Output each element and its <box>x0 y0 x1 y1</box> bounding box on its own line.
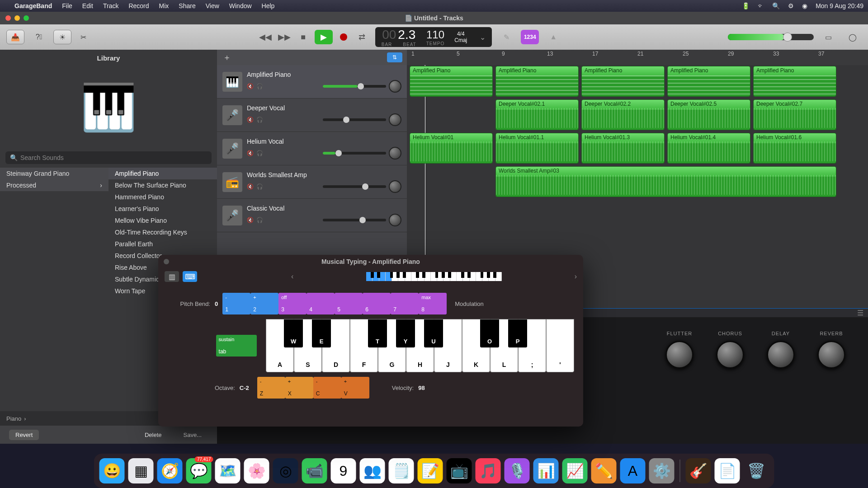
track-pan-knob[interactable] <box>389 147 401 160</box>
black-key[interactable]: U <box>424 319 443 347</box>
track-volume-slider[interactable] <box>323 118 386 121</box>
headphone-icon[interactable]: 🎧 <box>256 150 263 156</box>
octave-key[interactable]: -Z <box>257 377 285 399</box>
dock-app-icon[interactable]: 😀 <box>99 458 125 483</box>
audio-region[interactable]: Deeper Vocal#02.7 <box>753 99 836 130</box>
library-patch-item[interactable]: Old-Time Recording Keys <box>108 226 217 238</box>
spotlight-icon[interactable]: 🔍 <box>772 2 780 9</box>
dock-app-icon[interactable]: 🗑️ <box>744 458 769 483</box>
cycle-button[interactable]: ⇄ <box>354 31 370 43</box>
dock-app-icon[interactable]: 📄 <box>715 458 740 483</box>
black-key[interactable]: O <box>480 319 499 347</box>
close-window-button[interactable] <box>5 15 11 21</box>
menu-file[interactable]: File <box>62 2 72 9</box>
delete-button[interactable]: Delete <box>138 430 168 440</box>
audio-region[interactable]: Helium Vocal#01.4 <box>667 133 750 164</box>
white-key[interactable]: AW <box>266 319 294 372</box>
track-volume-slider[interactable] <box>323 185 386 188</box>
app-menu[interactable]: GarageBand <box>14 2 52 9</box>
dock-app-icon[interactable]: 🌸 <box>244 458 269 483</box>
window-titlebar[interactable]: Untitled - Tracks <box>0 12 868 24</box>
dock-app-icon[interactable]: 📺 <box>447 458 472 483</box>
dock-app-icon[interactable]: ⚙️ <box>649 458 675 483</box>
track-filter-button[interactable]: ⇅ <box>387 52 402 62</box>
dock-app-icon[interactable]: 🎵 <box>476 458 501 483</box>
revert-button[interactable]: Revert <box>9 430 39 440</box>
track-pan-knob[interactable] <box>389 80 401 93</box>
mute-icon[interactable]: 🔇 <box>247 150 254 156</box>
white-key[interactable]: ' <box>546 319 574 372</box>
count-in-button[interactable]: 1234 <box>521 30 539 44</box>
record-button[interactable] <box>340 33 347 41</box>
dock-app-icon[interactable]: 📹 <box>302 458 327 483</box>
musical-typing-titlebar[interactable]: Musical Typing - Amplified Piano <box>158 255 583 268</box>
wifi-icon[interactable]: ᯤ <box>758 2 764 9</box>
lcd-key[interactable]: Cmaj <box>454 37 467 43</box>
mod-key[interactable]: max8 <box>419 293 447 314</box>
black-key[interactable]: W <box>284 319 303 347</box>
menu-window[interactable]: Window <box>229 2 252 9</box>
metronome-button[interactable]: ▲ <box>544 30 562 44</box>
add-track-button[interactable]: ＋ <box>222 52 232 63</box>
effect-knob[interactable] <box>817 341 845 369</box>
track-pan-knob[interactable] <box>389 214 401 226</box>
library-patch-item[interactable]: Hammered Piano <box>108 191 217 203</box>
mod-key[interactable]: 6 <box>363 293 391 314</box>
mod-key[interactable]: 7 <box>391 293 419 314</box>
dock-app-icon[interactable]: ◎ <box>273 458 298 483</box>
audio-region[interactable]: Worlds Smallest Amp#03 <box>495 166 836 197</box>
dock-app-icon[interactable]: 🎸 <box>686 458 711 483</box>
track-volume-slider[interactable] <box>323 219 386 221</box>
clock[interactable]: Mon 9 Aug 20:49 <box>816 2 863 9</box>
octave-down-icon[interactable]: ‹ <box>291 272 293 281</box>
mod-key[interactable]: 5 <box>335 293 363 314</box>
octave-key[interactable]: +X <box>285 377 313 399</box>
track-volume-slider[interactable] <box>323 85 386 88</box>
mod-key[interactable]: 4 <box>307 293 335 314</box>
zoom-window-button[interactable] <box>24 15 29 21</box>
tuner-button[interactable]: ✎ <box>497 30 515 44</box>
mod-key[interactable]: +2 <box>250 293 278 314</box>
control-center-icon[interactable]: ⚙ <box>788 2 794 9</box>
dock-app-icon[interactable]: ✏️ <box>591 458 617 483</box>
audio-region[interactable]: Helium Vocal#01 <box>410 133 493 164</box>
menu-track[interactable]: Track <box>103 2 118 9</box>
piano-view-button[interactable]: ▥ <box>165 271 179 282</box>
track-header[interactable]: 🎹 Amplified Piano 🔇🎧 <box>217 65 407 99</box>
audio-region[interactable]: Helium Vocal#01.3 <box>581 133 665 164</box>
audio-region[interactable]: Amplified Piano <box>667 66 750 97</box>
library-category-item[interactable]: Steinway Grand Piano <box>0 168 108 179</box>
track-pan-knob[interactable] <box>389 180 401 193</box>
audio-region[interactable]: Helium Vocal#01.1 <box>495 133 579 164</box>
menu-record[interactable]: Record <box>128 2 149 9</box>
library-patch-item[interactable]: Below The Surface Piano <box>108 179 217 191</box>
quick-help-button[interactable]: ?⃝ <box>30 30 48 44</box>
close-icon[interactable] <box>164 259 169 264</box>
forward-button[interactable]: ▶▶ <box>277 31 292 43</box>
battery-icon[interactable]: 🔋 <box>742 2 750 9</box>
lcd-mode-chevron-icon[interactable]: ⌄ <box>480 33 486 42</box>
dock-app-icon[interactable]: ▦ <box>128 458 154 483</box>
menu-share[interactable]: Share <box>179 2 195 9</box>
mute-icon[interactable]: 🔇 <box>247 183 254 190</box>
dock-app-icon[interactable]: 📈 <box>562 458 588 483</box>
library-patch-item[interactable]: Amplified Piano <box>108 168 217 179</box>
track-header[interactable]: 🎤 Deeper Vocal 🔇🎧 <box>217 99 407 132</box>
headphone-icon[interactable]: 🎧 <box>256 183 263 190</box>
octave-up-icon[interactable]: › <box>575 272 577 281</box>
track-header[interactable]: 📻 Worlds Smallest Amp 🔇🎧 <box>217 165 407 199</box>
dock-app-icon[interactable]: 9 <box>331 458 356 483</box>
dock-app-icon[interactable]: 👥 <box>360 458 385 483</box>
timeline-ruler[interactable]: 15913172125293337 <box>407 50 868 65</box>
audio-region[interactable]: Helium Vocal#01.6 <box>753 133 836 164</box>
lcd-time-signature[interactable]: 4/4 <box>457 31 465 37</box>
black-key[interactable]: E <box>312 319 331 347</box>
library-category-item[interactable]: Processed› <box>0 179 108 191</box>
menu-help[interactable]: Help <box>262 2 275 9</box>
dock-app-icon[interactable]: 💬77,417 <box>186 458 212 483</box>
mini-keyboard[interactable] <box>366 272 502 281</box>
audio-region[interactable]: Amplified Piano <box>410 66 493 97</box>
editors-button[interactable]: ✂ <box>74 30 92 44</box>
musical-typing-window[interactable]: Musical Typing - Amplified Piano ▥ ⌨ ‹ ›… <box>158 255 583 427</box>
audio-region[interactable]: Amplified Piano <box>581 66 665 97</box>
